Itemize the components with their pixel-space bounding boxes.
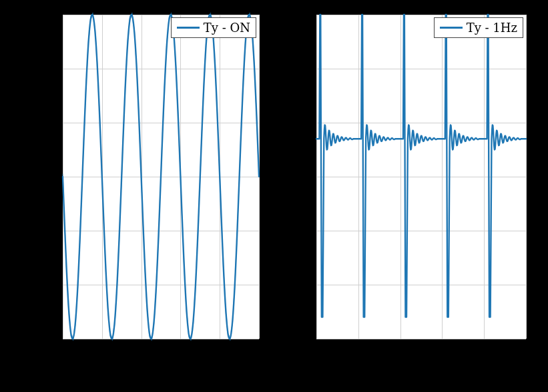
legend-label-a: Ty - ON (204, 21, 250, 35)
xtick: 5 (523, 344, 531, 358)
ytick: 1 (287, 61, 311, 75)
ytick: -0.5 (287, 224, 311, 238)
title-b: (b) (411, 379, 431, 392)
xtick: 0 (311, 344, 318, 358)
ytick: -1.5 (33, 333, 57, 347)
ytick: 0.5 (287, 115, 311, 129)
series-ty-on-noise (63, 13, 259, 340)
legend-label-b: Ty - 1Hz (467, 21, 517, 35)
xtick: 4 (217, 344, 224, 358)
ytick: 0 (287, 170, 311, 184)
panel-b: Ty - 1Hz 0 1 2 3 4 5 -1.5 -1 -0.5 0 0.5 … (274, 0, 548, 392)
xtick: 0 (57, 344, 65, 358)
ytick: -0.5 (33, 224, 57, 238)
ytick: 0.5 (33, 115, 57, 129)
plot-area-a: Ty - ON (61, 13, 260, 340)
xtick: 4 (481, 344, 489, 358)
xtick: 3 (439, 344, 446, 358)
ylabel-a: Torque [mNm] (20, 73, 36, 273)
title-a: (a) (152, 379, 171, 392)
ytick: 0 (33, 170, 57, 184)
ytick: 1.5 (287, 7, 311, 21)
xtick: 2 (137, 344, 144, 358)
legend-a: Ty - ON (171, 17, 256, 38)
xtick: 3 (177, 344, 184, 358)
xtick: 1 (97, 344, 105, 358)
panel-a: Ty - ON 0 1 2 3 4 5 -1.5 -1 -0.5 0 0.5 1… (0, 0, 274, 392)
series-ty-1hz (316, 15, 526, 317)
ytick: -1 (33, 279, 57, 293)
ytick: -1.5 (287, 333, 311, 347)
xlabel-a: Time [s] (61, 364, 260, 380)
ytick: 1.5 (33, 7, 57, 21)
xtick: 2 (396, 344, 403, 358)
xtick: 1 (354, 344, 361, 358)
plot-area-b: Ty - 1Hz (315, 13, 527, 340)
xtick: 5 (256, 344, 264, 358)
legend-line-icon (177, 27, 200, 29)
legend-line-icon (440, 27, 463, 29)
xlabel-b: Time [s] (315, 364, 527, 380)
ytick: -1 (287, 279, 311, 293)
ytick: 1 (33, 61, 57, 75)
legend-b: Ty - 1Hz (434, 17, 523, 38)
